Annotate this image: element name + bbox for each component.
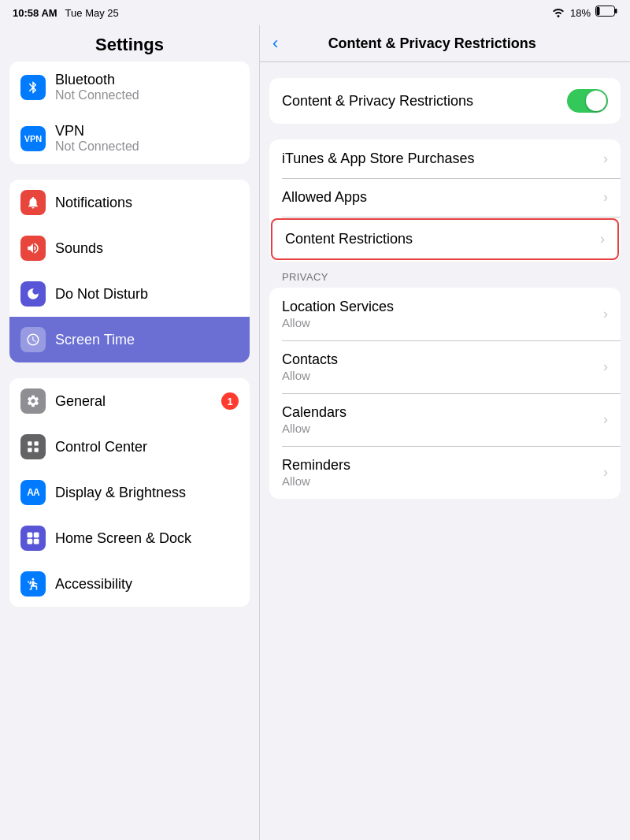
- right-panel-title: Content & Privacy Restrictions: [278, 35, 586, 52]
- right-group-privacy: Location Services Allow › Contacts Allow…: [269, 288, 621, 499]
- right-item-contacts[interactable]: Contacts Allow ›: [269, 340, 621, 393]
- controlcenter-icon: [20, 434, 46, 459]
- general-label: General: [55, 393, 221, 410]
- back-chevron-icon: ‹: [272, 35, 278, 52]
- donotdisturb-icon: [20, 281, 46, 307]
- sidebar-item-donotdisturb[interactable]: Do Not Disturb: [9, 271, 250, 317]
- sidebar-item-sounds[interactable]: Sounds: [9, 225, 250, 271]
- sidebar-item-controlcenter[interactable]: Control Center: [9, 424, 250, 470]
- general-icon: [20, 388, 46, 414]
- sidebar-item-screentime[interactable]: Screen Time: [9, 317, 250, 362]
- back-button[interactable]: ‹: [272, 35, 278, 52]
- sidebar-item-vpn[interactable]: VPN VPN Not Connected: [9, 113, 250, 164]
- allowed-apps-chevron-icon: ›: [603, 189, 608, 206]
- notifications-icon: [20, 190, 46, 215]
- content-restrictions-label: Content Restrictions: [285, 231, 600, 247]
- sidebar: Settings Bluetooth Not Connected VPN VPN…: [0, 25, 260, 840]
- content-privacy-label: Content & Privacy Restrictions: [282, 93, 567, 110]
- right-group-toggle: Content & Privacy Restrictions: [269, 78, 621, 124]
- sidebar-group-system: General 1 Control Center AA Display & Br…: [9, 378, 250, 607]
- reminders-label: Reminders: [282, 457, 603, 474]
- sounds-icon: [20, 236, 46, 261]
- itunes-label: iTunes & App Store Purchases: [282, 151, 603, 167]
- bluetooth-label: Bluetooth: [55, 72, 239, 88]
- status-time: 10:58 AM: [13, 7, 57, 19]
- sidebar-title: Settings: [0, 25, 259, 61]
- contacts-chevron-icon: ›: [603, 359, 608, 375]
- sidebar-item-notifications[interactable]: Notifications: [9, 180, 250, 225]
- contacts-label: Contacts: [282, 351, 603, 368]
- location-sublabel: Allow: [282, 316, 603, 329]
- allowed-apps-label: Allowed Apps: [282, 189, 603, 206]
- svg-rect-8: [34, 533, 39, 538]
- bluetooth-icon: [20, 75, 46, 100]
- homescreen-label: Home Screen & Dock: [55, 530, 239, 547]
- reminders-chevron-icon: ›: [603, 464, 608, 481]
- svg-rect-1: [615, 9, 617, 13]
- svg-rect-3: [28, 441, 32, 445]
- itunes-chevron-icon: ›: [603, 151, 608, 167]
- screentime-label: Screen Time: [55, 332, 239, 348]
- svg-rect-5: [28, 448, 32, 452]
- right-item-content-restrictions[interactable]: Content Restrictions ›: [271, 218, 619, 260]
- content-restrictions-chevron-icon: ›: [600, 231, 605, 247]
- right-panel: ‹ Content & Privacy Restrictions Content…: [260, 25, 630, 840]
- main-layout: Settings Bluetooth Not Connected VPN VPN…: [0, 25, 630, 840]
- status-icons: 18%: [551, 6, 617, 20]
- sidebar-item-accessibility[interactable]: Accessibility: [9, 561, 250, 607]
- location-chevron-icon: ›: [603, 306, 608, 322]
- svg-rect-7: [28, 533, 33, 538]
- svg-rect-9: [28, 539, 33, 545]
- sidebar-item-bluetooth[interactable]: Bluetooth Not Connected: [9, 61, 250, 113]
- status-date: Tue May 25: [65, 7, 119, 19]
- general-badge: 1: [221, 392, 239, 410]
- sidebar-group-connectivity: Bluetooth Not Connected VPN VPN Not Conn…: [9, 61, 250, 164]
- display-icon: AA: [20, 480, 46, 505]
- svg-rect-4: [35, 441, 39, 445]
- calendars-sublabel: Allow: [282, 422, 603, 435]
- battery-icon: [595, 6, 617, 20]
- right-panel-content: Content & Privacy Restrictions iTunes & …: [260, 62, 630, 530]
- svg-rect-6: [35, 448, 39, 452]
- svg-rect-2: [597, 7, 600, 16]
- sidebar-group-alerts: Notifications Sounds Do Not Disturb Scre…: [9, 180, 250, 362]
- display-label: Display & Brightness: [55, 485, 239, 501]
- vpn-label: VPN: [55, 123, 239, 139]
- battery-percent: 18%: [570, 7, 591, 19]
- wifi-icon: [551, 6, 565, 20]
- right-panel-header: ‹ Content & Privacy Restrictions: [260, 25, 630, 62]
- right-item-content-privacy-toggle[interactable]: Content & Privacy Restrictions: [269, 78, 621, 124]
- privacy-section: PRIVACY Location Services Allow › Contac…: [269, 271, 621, 499]
- svg-point-11: [32, 578, 35, 581]
- status-bar: 10:58 AM Tue May 25 18%: [0, 0, 630, 25]
- right-item-calendars[interactable]: Calendars Allow ›: [269, 393, 621, 446]
- vpn-sublabel: Not Connected: [55, 139, 139, 153]
- donotdisturb-label: Do Not Disturb: [55, 286, 239, 303]
- privacy-section-label: PRIVACY: [269, 271, 621, 288]
- notifications-label: Notifications: [55, 195, 239, 211]
- homescreen-icon: [20, 526, 46, 551]
- location-label: Location Services: [282, 299, 603, 315]
- accessibility-label: Accessibility: [55, 576, 239, 593]
- accessibility-icon: [20, 571, 46, 597]
- calendars-chevron-icon: ›: [603, 411, 608, 428]
- toggle-knob: [586, 91, 606, 111]
- right-item-reminders[interactable]: Reminders Allow ›: [269, 446, 621, 499]
- content-privacy-toggle[interactable]: [567, 89, 608, 113]
- sidebar-item-homescreen[interactable]: Home Screen & Dock: [9, 515, 250, 561]
- right-item-location[interactable]: Location Services Allow ›: [269, 288, 621, 340]
- bluetooth-sublabel: Not Connected: [55, 88, 139, 102]
- right-group-restrictions: iTunes & App Store Purchases › Allowed A…: [269, 139, 621, 262]
- svg-rect-10: [34, 539, 39, 545]
- sidebar-item-general[interactable]: General 1: [9, 378, 250, 424]
- controlcenter-label: Control Center: [55, 439, 239, 455]
- contacts-sublabel: Allow: [282, 369, 603, 382]
- sidebar-item-display[interactable]: AA Display & Brightness: [9, 470, 250, 515]
- reminders-sublabel: Allow: [282, 474, 603, 488]
- sounds-label: Sounds: [55, 240, 239, 257]
- vpn-icon: VPN: [20, 126, 46, 151]
- right-item-itunes[interactable]: iTunes & App Store Purchases ›: [269, 139, 621, 178]
- screentime-icon: [20, 327, 46, 352]
- right-item-allowed-apps[interactable]: Allowed Apps ›: [269, 178, 621, 217]
- calendars-label: Calendars: [282, 404, 603, 421]
